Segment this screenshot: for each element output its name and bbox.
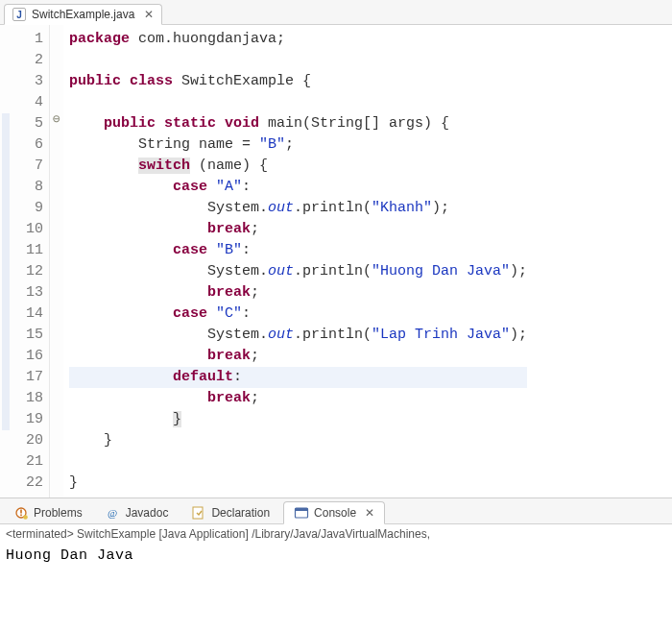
folding-gutter xyxy=(50,25,63,498)
code-line[interactable]: } xyxy=(69,473,527,494)
code-content[interactable]: package com.huongdanjava;public class Sw… xyxy=(63,25,533,498)
code-line[interactable]: break; xyxy=(69,282,527,303)
bottom-view-tabs: Problems @ Javadoc Declaration Console ✕ xyxy=(0,498,672,524)
code-line[interactable]: case "A": xyxy=(69,177,527,198)
code-editor[interactable]: 12345678910111213141516171819202122 pack… xyxy=(0,25,672,498)
tab-label: Declaration xyxy=(211,506,270,520)
code-line[interactable]: break; xyxy=(69,346,527,367)
javadoc-icon: @ xyxy=(106,505,121,521)
code-line[interactable] xyxy=(69,92,527,113)
editor-tab-bar: J SwitchExample.java ✕ xyxy=(0,0,672,25)
svg-point-3 xyxy=(23,515,28,520)
svg-rect-7 xyxy=(296,508,308,511)
editor-tab-label: SwitchExample.java xyxy=(32,8,134,21)
console-output[interactable]: Huong Dan Java xyxy=(0,544,672,568)
svg-text:@: @ xyxy=(108,507,117,519)
code-line[interactable]: switch (name) { xyxy=(69,156,527,177)
code-line[interactable]: public static void main(String[] args) { xyxy=(69,113,527,134)
code-line[interactable]: break; xyxy=(69,219,527,240)
problems-icon xyxy=(13,505,29,521)
tab-problems[interactable]: Problems xyxy=(4,502,92,523)
overview-ruler xyxy=(0,25,12,498)
code-line[interactable]: } xyxy=(69,409,527,430)
code-line[interactable]: System.out.println("Lap Trinh Java"); xyxy=(69,325,527,346)
code-line[interactable]: String name = "B"; xyxy=(69,134,527,156)
line-number-gutter: 12345678910111213141516171819202122 xyxy=(12,25,50,498)
declaration-icon xyxy=(191,505,206,521)
tab-label: Problems xyxy=(34,506,83,520)
java-file-icon: J xyxy=(12,8,26,21)
tab-console[interactable]: Console ✕ xyxy=(283,501,385,524)
close-icon[interactable]: ✕ xyxy=(144,8,154,21)
code-line[interactable]: public class SwitchExample { xyxy=(69,71,527,92)
code-line[interactable]: } xyxy=(69,430,527,451)
editor-tab-switchexample[interactable]: J SwitchExample.java ✕ xyxy=(4,4,162,25)
code-line[interactable]: System.out.println("Huong Dan Java"); xyxy=(69,261,527,282)
tab-declaration[interactable]: Declaration xyxy=(181,502,279,523)
code-line[interactable]: case "B": xyxy=(69,240,527,261)
console-icon xyxy=(294,505,309,521)
svg-rect-5 xyxy=(193,507,203,519)
console-status: <terminated> SwitchExample [Java Applica… xyxy=(0,524,672,544)
code-line[interactable]: default: xyxy=(69,367,527,388)
svg-rect-2 xyxy=(20,515,22,517)
code-line[interactable]: System.out.println("Khanh"); xyxy=(69,198,527,219)
tab-label: Console xyxy=(314,506,356,520)
svg-rect-1 xyxy=(20,510,22,514)
tab-javadoc[interactable]: @ Javadoc xyxy=(96,502,179,523)
tab-label: Javadoc xyxy=(126,506,169,520)
code-line[interactable] xyxy=(69,50,527,71)
code-line[interactable]: case "C": xyxy=(69,303,527,325)
code-line[interactable] xyxy=(69,451,527,473)
close-icon[interactable]: ✕ xyxy=(365,506,374,520)
code-line[interactable]: package com.huongdanjava; xyxy=(69,29,527,50)
code-line[interactable]: break; xyxy=(69,388,527,409)
